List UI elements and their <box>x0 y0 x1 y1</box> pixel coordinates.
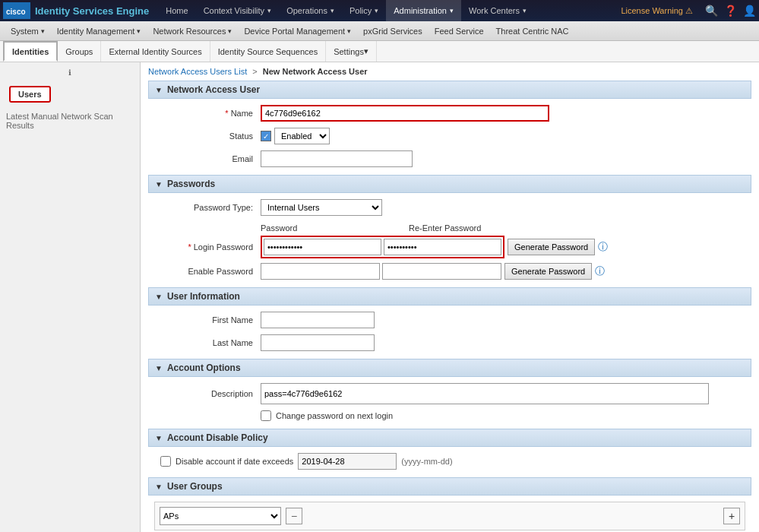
second-nav-bar: System▾ Identity Management▾ Network Res… <box>0 21 759 41</box>
groups-minus-button[interactable]: − <box>286 508 302 524</box>
user-icon[interactable]: 👤 <box>743 5 756 17</box>
tab-identities[interactable]: Identities <box>3 41 58 62</box>
status-row: Status ✓ Enabled Disabled <box>148 128 751 144</box>
password-col-headers: Password Re-Enter Password <box>148 223 751 233</box>
license-warning[interactable]: License Warning ⚠ <box>621 6 693 16</box>
passwords-header[interactable]: ▼ Passwords <box>148 175 751 193</box>
enable-password-row: Enable Password Generate Password ⓘ <box>148 263 751 280</box>
nav-operations[interactable]: Operations▾ <box>279 0 342 21</box>
section-title-passwords: Passwords <box>167 179 215 189</box>
nav-pxgrid[interactable]: pxGrid Services <box>357 21 429 40</box>
collapse-account-icon: ▼ <box>155 364 163 372</box>
tab-identity-source-sequences[interactable]: Identity Source Sequences <box>210 41 326 62</box>
section-title-disable: Account Disable Policy <box>167 432 268 443</box>
password-type-label: Password Type: <box>154 203 261 212</box>
login-password-reenter-input[interactable] <box>384 239 501 255</box>
password-col-header-2: Re-Enter Password <box>409 223 481 233</box>
nav-administration[interactable]: Administration▾ <box>386 0 461 21</box>
tab-bar: Identities Groups External Identity Sour… <box>0 41 759 62</box>
disable-date-input[interactable] <box>298 453 397 470</box>
change-password-checkbox[interactable] <box>261 410 271 421</box>
change-pw-row: Change password on next login <box>148 410 751 421</box>
collapse-passwords-icon: ▼ <box>155 180 163 188</box>
passwords-section: ▼ Passwords Password Type: Internal User… <box>148 175 751 280</box>
description-input[interactable] <box>261 383 709 404</box>
nav-threat-centric[interactable]: Threat Centric NAC <box>490 21 575 40</box>
change-password-label: Change password on next login <box>276 411 393 420</box>
content-area: Network Access Users List > New Network … <box>141 62 759 532</box>
section-title-groups: User Groups <box>167 481 223 492</box>
disable-account-row: Disable account if date exceeds (yyyy-mm… <box>148 453 751 470</box>
search-icon[interactable]: 🔍 <box>705 5 718 17</box>
help-icon[interactable]: ❓ <box>724 5 737 17</box>
name-input[interactable] <box>261 105 549 122</box>
email-input[interactable] <box>261 150 413 167</box>
enable-password-reenter-input[interactable] <box>382 263 501 280</box>
account-options-header[interactable]: ▼ Account Options <box>148 359 751 377</box>
user-groups-header[interactable]: ▼ User Groups <box>148 477 751 496</box>
collapse-icon: ▼ <box>155 86 163 94</box>
sidebar: ℹ Users Latest Manual Network Scan Resul… <box>0 62 141 532</box>
name-label: * Name <box>154 109 261 118</box>
main-nav: Home Context Visibility▾ Operations▾ Pol… <box>158 0 621 21</box>
status-checkbox[interactable]: ✓ <box>261 131 271 141</box>
disable-date-format: (yyyy-mm-dd) <box>401 457 452 466</box>
disable-account-label: Disable account if date exceeds <box>176 457 293 466</box>
description-label: Description <box>154 389 261 398</box>
section-title-account: Account Options <box>167 363 241 373</box>
collapse-userinfo-icon: ▼ <box>155 293 163 301</box>
nav-policy[interactable]: Policy▾ <box>342 0 386 21</box>
svg-text:cisco: cisco <box>6 8 26 16</box>
status-enabled: ✓ Enabled Disabled <box>261 128 330 144</box>
account-options-section: ▼ Account Options Description Change pas… <box>148 359 751 421</box>
top-nav-bar: cisco Identity Services Engine Home Cont… <box>0 0 759 21</box>
enable-password-input[interactable] <box>261 263 380 280</box>
generate-password-button-enable[interactable]: Generate Password <box>504 263 592 280</box>
generate-password-button-login[interactable]: Generate Password <box>508 239 595 255</box>
first-name-input[interactable] <box>261 312 375 328</box>
tab-settings[interactable]: Settings ▾ <box>326 41 377 62</box>
nav-device-portal[interactable]: Device Portal Management▾ <box>238 21 357 40</box>
enable-password-label: Enable Password <box>154 267 261 276</box>
tab-groups[interactable]: Groups <box>58 41 101 62</box>
first-name-label: First Name <box>154 315 261 325</box>
network-access-user-header[interactable]: ▼ Network Access User <box>148 81 751 99</box>
last-name-row: Last Name <box>148 334 751 351</box>
login-password-group <box>261 236 504 258</box>
groups-plus-button[interactable]: + <box>723 508 740 524</box>
network-access-user-section: ▼ Network Access User * Name Status ✓ En… <box>148 81 751 167</box>
breadcrumb: Network Access Users List > New Network … <box>141 62 759 81</box>
description-row: Description <box>148 383 751 404</box>
account-disable-header[interactable]: ▼ Account Disable Policy <box>148 429 751 447</box>
breadcrumb-list-link[interactable]: Network Access Users List <box>148 67 247 76</box>
nav-feed-service[interactable]: Feed Service <box>429 21 490 40</box>
user-information-section: ▼ User Information First Name Last Name <box>148 287 751 351</box>
login-password-row: * Login Password Generate Password ⓘ <box>148 236 751 258</box>
name-row: * Name <box>148 105 751 122</box>
account-disable-policy-section: ▼ Account Disable Policy Disable account… <box>148 429 751 470</box>
users-button[interactable]: Users <box>9 86 51 103</box>
user-info-header[interactable]: ▼ User Information <box>148 287 751 306</box>
status-select[interactable]: Enabled Disabled <box>274 128 330 144</box>
groups-select[interactable]: APs <box>160 507 281 525</box>
section-title-userinfo: User Information <box>167 291 240 302</box>
last-name-label: Last Name <box>154 338 261 347</box>
info-icon-enable[interactable]: ⓘ <box>595 264 605 278</box>
status-label: Status <box>154 131 261 141</box>
last-name-input[interactable] <box>261 334 375 351</box>
password-type-select[interactable]: Internal Users External <box>261 199 382 216</box>
main-layout: ℹ Users Latest Manual Network Scan Resul… <box>0 62 759 532</box>
login-password-input[interactable] <box>264 239 381 255</box>
latest-scan-link[interactable]: Latest Manual Network Scan Results <box>0 109 140 133</box>
nav-network-resources[interactable]: Network Resources▾ <box>147 21 238 40</box>
info-icon-login[interactable]: ⓘ <box>598 240 608 254</box>
nav-work-centers[interactable]: Work Centers▾ <box>461 0 534 21</box>
tab-external-identity[interactable]: External Identity Sources <box>101 41 210 62</box>
password-col-header-1: Password <box>261 223 409 233</box>
nav-system[interactable]: System▾ <box>5 21 51 40</box>
groups-container: APs − + <box>154 502 745 530</box>
nav-home[interactable]: Home <box>158 0 195 21</box>
nav-context-visibility[interactable]: Context Visibility▾ <box>196 0 280 21</box>
disable-account-checkbox[interactable] <box>160 456 171 467</box>
nav-identity-management[interactable]: Identity Management▾ <box>51 21 147 40</box>
